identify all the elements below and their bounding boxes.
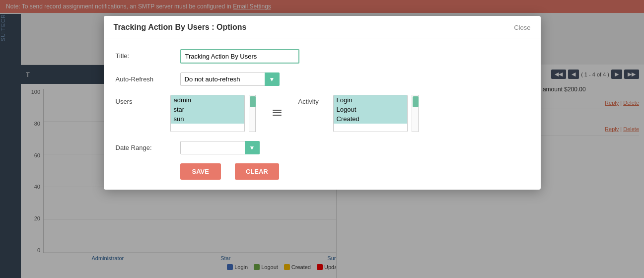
clear-button[interactable]: CLEAR [235, 163, 279, 180]
activity-scroll-thumb [413, 96, 419, 107]
hamburger-icon[interactable] [271, 108, 284, 118]
modal-close-button[interactable]: Close [514, 24, 530, 31]
auto-refresh-label: Auto-Refresh [116, 72, 170, 83]
users-activity-row: Users admin star sun [116, 95, 529, 132]
activity-section: Activity Login Logout Created [298, 95, 419, 132]
users-multi-select: admin star sun [170, 95, 256, 132]
activity-listbox[interactable]: Login Logout Created [333, 95, 408, 132]
modal-header: Tracking Action By Users : Options Close [104, 16, 541, 39]
auto-refresh-row: Auto-Refresh Do not auto-refresh Every 3… [116, 72, 529, 86]
auto-refresh-select-wrapper: Do not auto-refresh Every 30 seconds Eve… [180, 72, 280, 86]
buttons-row: SAVE CLEAR [116, 163, 529, 180]
auto-refresh-select[interactable]: Do not auto-refresh Every 30 seconds Eve… [180, 72, 280, 86]
date-range-row: Date Range: Today This Week This Month L… [116, 141, 529, 154]
save-button[interactable]: SAVE [180, 163, 221, 180]
modal: Tracking Action By Users : Options Close… [104, 16, 541, 190]
date-range-select[interactable]: Today This Week This Month Last 7 Days L… [180, 141, 260, 154]
activity-label: Activity [298, 95, 333, 105]
users-listbox[interactable]: admin star sun [170, 95, 245, 132]
activity-multi-select: Login Logout Created [333, 95, 419, 132]
hamburger-icon-wrapper [271, 95, 284, 118]
title-input[interactable] [180, 49, 299, 64]
modal-title: Tracking Action By Users : Options [114, 23, 247, 32]
title-row: Title: [116, 49, 529, 64]
users-label: Users [116, 95, 170, 105]
activity-scroll [412, 95, 419, 132]
date-range-label: Date Range: [116, 141, 170, 151]
modal-body: Title: Auto-Refresh Do not auto-refresh … [104, 39, 541, 190]
date-range-select-wrapper: Today This Week This Month Last 7 Days L… [180, 141, 260, 154]
users-scroll [249, 95, 256, 132]
users-scroll-thumb [250, 96, 256, 107]
users-section: Users admin star sun [116, 95, 256, 132]
title-label: Title: [116, 49, 170, 60]
